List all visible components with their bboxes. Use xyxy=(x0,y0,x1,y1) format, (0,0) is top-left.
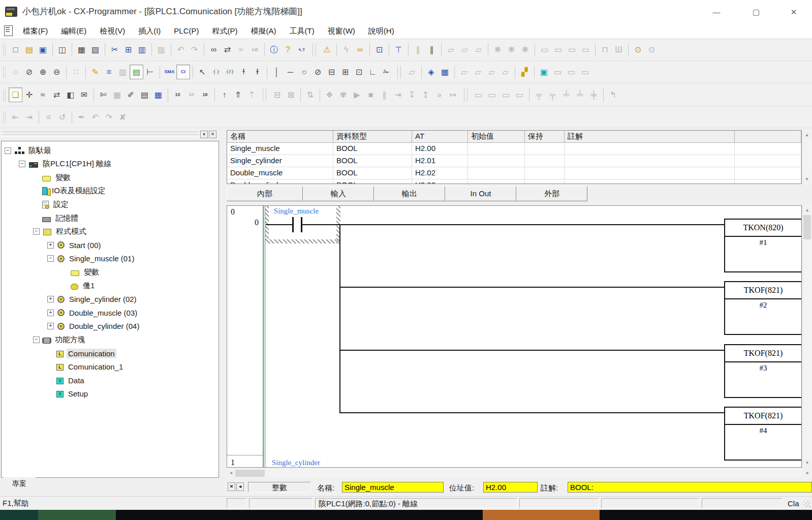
column-header-6[interactable]: 註解 xyxy=(565,131,735,143)
pen-redo-button[interactable]: ↷ xyxy=(102,110,116,125)
goto-output-button[interactable]: ▱ xyxy=(498,65,512,79)
sim-pause-button[interactable]: ∥ xyxy=(378,87,391,102)
verify-with-plc-button[interactable]: ▱ xyxy=(472,43,485,57)
menu-8[interactable]: 工具(T) xyxy=(283,23,321,39)
save-file-button[interactable]: ▣ xyxy=(36,43,50,57)
copy-button[interactable]: ⊞ xyxy=(121,43,135,57)
fb-invocation-button[interactable]: ⊡ xyxy=(352,65,366,79)
mnemonic-tree-button[interactable]: ⊢ xyxy=(143,65,157,79)
expand-icon[interactable]: + xyxy=(47,310,54,316)
hex-monitor-button[interactable]: 16 xyxy=(198,87,212,102)
collapse-icon[interactable]: − xyxy=(47,255,54,262)
monitor-in-rung-button[interactable]: ▥ xyxy=(116,65,130,79)
download-to-plc-button[interactable]: ▱ xyxy=(444,43,458,57)
pause-monitor-button[interactable]: ∥ xyxy=(411,43,425,57)
monitor-window-2-button[interactable]: ⊠ xyxy=(284,87,298,102)
tree-item-comunication[interactable]: LComunication xyxy=(47,347,116,360)
run-mode-button[interactable]: ▭ xyxy=(579,43,592,57)
instruction-block-1[interactable]: TKON(820)#1 xyxy=(724,219,802,272)
project-tab[interactable]: 專案 xyxy=(3,477,36,491)
section-cut-button[interactable]: ✄ xyxy=(97,87,110,102)
fal-window-button[interactable]: ▭ xyxy=(565,65,578,79)
cell[interactable] xyxy=(468,167,525,179)
rung-restore-button[interactable]: ↺ xyxy=(55,110,69,125)
menu-9[interactable]: 視窗(W) xyxy=(321,23,362,39)
compile-all-programs-button[interactable]: ϟ xyxy=(339,43,353,57)
local-window-button[interactable]: ◧ xyxy=(64,87,77,102)
collapse-icon[interactable]: − xyxy=(33,337,40,343)
force-reset-2-button[interactable]: ╧ xyxy=(573,87,587,102)
rung1-contact-label[interactable]: Single_cylinder xyxy=(272,458,320,467)
cell[interactable]: H2.01 xyxy=(412,155,468,167)
expand-icon[interactable]: + xyxy=(47,242,54,249)
annotation-list-button[interactable]: ≡ xyxy=(102,65,116,79)
instruction-block-2[interactable]: TKOF(821)#2 xyxy=(724,281,802,335)
grid-toggle-button[interactable]: ∷ xyxy=(69,65,83,79)
instruction-block-4[interactable]: TKOF(821)#4 xyxy=(724,407,802,461)
new-or-contact-button[interactable]: ╀ xyxy=(237,65,251,79)
ladder-hscrollbar[interactable]: ◄ ► xyxy=(227,469,812,478)
tree-item-double-muscle-03-[interactable]: +Double_muscle (03) xyxy=(47,306,139,319)
tree-item-data[interactable]: SData xyxy=(47,374,86,387)
decimal-monitor-button[interactable]: 10 xyxy=(171,87,184,102)
tab--[interactable]: 內部 xyxy=(227,186,303,201)
open-file-button[interactable]: ▤ xyxy=(22,43,36,57)
pen-tool-button[interactable]: ✒ xyxy=(75,110,88,125)
compare-program-button[interactable]: ◫ xyxy=(55,43,69,57)
ladder-vscrollbar[interactable]: ▲ ▼ xyxy=(802,205,812,468)
column-header-3[interactable]: AT xyxy=(412,131,468,143)
collapse-icon[interactable]: − xyxy=(19,161,25,167)
monitor-window-1-button[interactable]: ⊟ xyxy=(270,87,284,102)
zoom-100-button[interactable]: ⊘ xyxy=(22,65,36,79)
indent-left-button[interactable]: ⇤ xyxy=(9,110,22,125)
find-replace-button[interactable]: ⇄ xyxy=(221,43,234,57)
plc-info-button[interactable]: ⓘ xyxy=(267,43,281,57)
replace-all-button[interactable]: ≈ xyxy=(234,43,248,57)
new-fb-instruction-button[interactable]: ⊞ xyxy=(338,65,352,79)
cell[interactable] xyxy=(468,179,525,184)
cell[interactable]: H2.00 xyxy=(412,143,468,155)
print-preview-button[interactable]: ▧ xyxy=(88,43,102,57)
select-mode-button[interactable]: ↖ xyxy=(196,65,209,79)
delete-connect-button[interactable]: ✁ xyxy=(380,65,393,79)
pen-undo-button[interactable]: ↶ xyxy=(88,110,102,125)
sim-scan-run-button[interactable]: ↦ xyxy=(446,87,460,102)
menu-3[interactable]: 檢視(V) xyxy=(93,23,132,39)
scroll-down-icon[interactable]: ▼ xyxy=(803,459,811,467)
fb-definition-button[interactable]: ◈ xyxy=(424,65,438,79)
symbol-table-scrollbar[interactable]: ▲ ▼ xyxy=(802,130,812,184)
cell[interactable]: BOOL xyxy=(333,143,412,155)
menu-1[interactable]: 檔案(F) xyxy=(16,23,54,39)
table-row[interactable]: Double_cylinderBOOLH2.03 xyxy=(227,179,801,184)
zoom-fit-button[interactable]: ◌ xyxy=(9,65,22,79)
cell[interactable] xyxy=(525,155,565,167)
breakpoint-enable-button[interactable]: ▭ xyxy=(499,87,513,102)
menu-6[interactable]: 程式(P) xyxy=(206,23,244,39)
force-off-button[interactable]: ⇡ xyxy=(245,87,259,102)
watch-window-button[interactable]: ≈ xyxy=(36,87,50,102)
vscroll-thumb[interactable] xyxy=(803,215,811,239)
sim-step-run-button[interactable]: ⇥ xyxy=(391,87,405,102)
return-jump-button[interactable]: ↰ xyxy=(606,87,620,102)
menu-10[interactable]: 說明(H) xyxy=(362,23,401,39)
column-header-1[interactable]: 名稱 xyxy=(227,131,333,143)
goto-next-input-button[interactable]: ▱ xyxy=(485,65,498,79)
monitor-mode-button[interactable]: ▭ xyxy=(565,43,579,57)
maximize-button[interactable]: ▢ xyxy=(745,0,767,23)
zoom-out-button[interactable]: ⊖ xyxy=(50,65,64,79)
find-button[interactable]: ∞ xyxy=(207,43,221,57)
cell[interactable] xyxy=(565,155,735,167)
program-mode-button[interactable]: ▭ xyxy=(538,43,551,57)
force-on-button[interactable]: ⇑ xyxy=(231,87,245,102)
force-cancel-all-button[interactable]: ╪ xyxy=(587,87,601,102)
tree-item--[interactable]: 變數 xyxy=(61,265,101,279)
undo-button[interactable]: ↶ xyxy=(174,43,188,57)
cell[interactable] xyxy=(468,155,525,167)
new-instruction-button[interactable]: ⊟ xyxy=(325,65,338,79)
cell[interactable]: H2.02 xyxy=(412,167,468,179)
display-format-cell[interactable]: 整數 xyxy=(248,482,311,493)
menu-2[interactable]: 編輯(E) xyxy=(54,23,93,39)
tree-item--1[interactable]: 僟1 xyxy=(61,279,96,292)
panel-dropdown-button[interactable]: ▾ xyxy=(200,131,208,138)
breakpoint-clear-button[interactable]: ▭ xyxy=(485,87,499,102)
